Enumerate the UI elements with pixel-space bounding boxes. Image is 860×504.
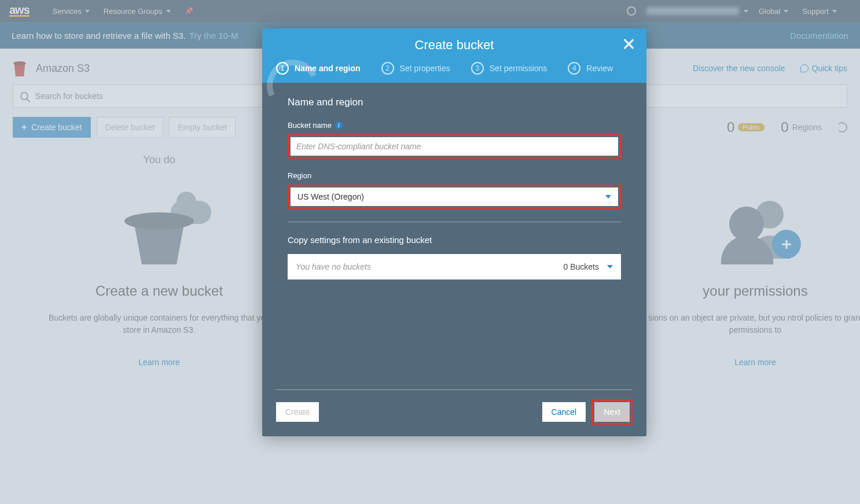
highlight-bucket-name [288,134,621,159]
step-set-permissions[interactable]: 3Set permissions [471,62,547,75]
highlight-next: Next [591,399,633,425]
cancel-button[interactable]: Cancel [542,402,586,422]
bucket-name-label: Bucket namei [288,121,621,130]
create-button: Create [276,402,319,422]
region-value: US West (Oregon) [297,192,364,201]
label-text: Bucket name [288,121,332,130]
step-number-icon: 2 [381,62,394,75]
wizard-steps: 1Name and region 2Set properties 3Set pe… [275,62,634,83]
modal-title: Create bucket [275,38,634,53]
copy-settings-placeholder: You have no buckets [296,262,371,271]
copy-bucket-count: 0 Buckets [564,262,599,271]
step-review[interactable]: 4Review [568,62,613,75]
create-bucket-modal: Create bucket 1Name and region 2Set prop… [262,28,646,436]
divider [288,222,621,222]
highlight-region: US West (Oregon) [288,185,621,209]
chevron-down-icon [605,195,611,198]
region-select[interactable]: US West (Oregon) [291,187,618,206]
info-icon[interactable]: i [335,122,343,129]
bucket-name-input[interactable] [291,137,618,156]
modal-footer: Create Cancel Next [276,389,633,436]
step-number-icon: 3 [471,62,484,75]
close-icon[interactable] [621,36,636,51]
step-label: Set properties [400,64,450,73]
step-set-properties[interactable]: 2Set properties [381,62,450,75]
copy-settings-label: Copy settings from an existing bucket [288,235,621,245]
chevron-down-icon [607,265,613,268]
step-label: Set permissions [490,64,547,73]
step-number-icon: 4 [568,62,580,75]
copy-settings-select[interactable]: You have no buckets 0 Buckets [288,254,621,279]
section-heading: Name and region [288,97,621,108]
region-label: Region [288,171,621,180]
step-number-icon: 1 [276,62,289,75]
step-label: Review [586,64,613,73]
step-name-region[interactable]: 1Name and region [276,62,361,75]
modal-header: Create bucket 1Name and region 2Set prop… [262,28,646,83]
modal-body: Name and region Bucket namei Region US W… [262,83,646,285]
step-label: Name and region [295,64,361,73]
next-button[interactable]: Next [594,402,630,422]
